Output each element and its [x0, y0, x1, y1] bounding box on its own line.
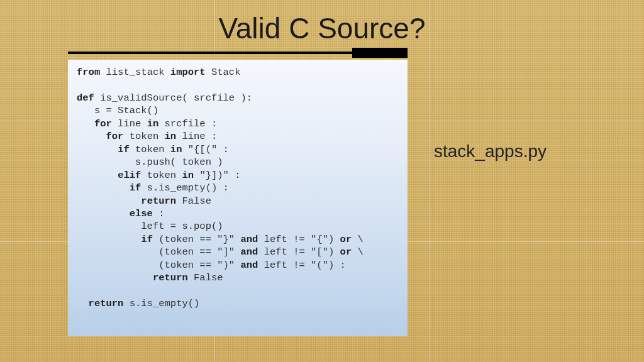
- code-block: from list_stack import Stack def is_vali…: [68, 60, 408, 336]
- filename-label: stack_apps.py: [434, 141, 547, 162]
- slide-title: Valid C Source?: [0, 11, 644, 45]
- title-accent-block: [352, 48, 408, 58]
